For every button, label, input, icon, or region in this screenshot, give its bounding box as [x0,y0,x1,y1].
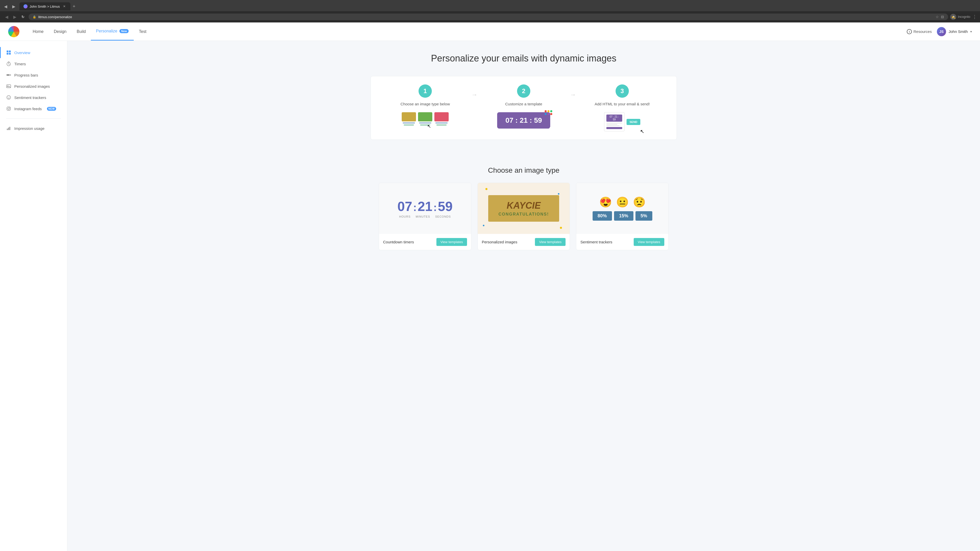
tab-close-button[interactable]: ✕ [62,4,66,8]
litmus-logo[interactable] [8,26,19,37]
incognito-label: Incognito [958,15,970,19]
sidebar-item-timers[interactable]: Timers [0,58,67,69]
step-3: 3 Add HTML to your email & send! 07 : 21… [580,84,664,131]
step-3-visual: 07 : 21 : 59 SEND ↖ [604,112,641,131]
sidebar-divider [6,118,61,119]
nav-home[interactable]: Home [27,22,49,41]
svg-point-14 [10,107,10,108]
incognito-icon: 🕵 [950,14,956,20]
nav-personalize[interactable]: Personalize New [91,22,134,41]
step-1-visual: ↖ [402,112,449,129]
sidebar-timers-label: Timers [14,62,26,66]
card-countdown-timers: 07 : 21 : 59 HOURS MINUTES SECONDS [379,183,471,250]
forward-button[interactable]: ▶ [10,3,18,10]
sentiment-card-title: Sentiment trackers [580,240,612,244]
svg-rect-16 [8,127,9,130]
banner-name: KAYCIE [498,200,549,211]
hours-label: HOURS [399,215,410,218]
step-1-2-arrow: → [467,84,482,98]
instagram-new-badge: NEW [47,107,56,111]
reload-button[interactable]: ↻ [19,13,27,21]
send-button-mini: SEND [627,119,641,125]
smiley-icon [6,95,11,100]
sidebar: Overview Timers Progress bars [0,41,67,551]
browser-chrome: ◀ ▶ John Smith > Litmus ✕ + ◀ ▶ ↻ 🔒 litm… [0,0,980,22]
countdown-card-title: Countdown timers [383,240,414,244]
back-nav-button[interactable]: ◀ [3,13,10,21]
browser-tab-bar: ◀ ▶ John Smith > Litmus ✕ + [0,0,980,11]
toolbar-right: 🕵 Incognito ⋮ [950,14,977,20]
app-header: Home Design Build Personalize New Test i… [0,22,980,41]
svg-point-11 [9,97,10,97]
section-heading: Choose an image type [67,160,980,183]
svg-rect-3 [9,53,11,55]
browser-tab[interactable]: John Smith > Litmus ✕ [19,2,70,11]
sidebar-sentiment-label: Sentiment trackers [14,95,46,100]
sidebar-overview-label: Overview [14,51,30,55]
bookmark-icon[interactable]: ☆ [935,15,939,19]
browser-nav-controls: ◀ ▶ [2,3,18,10]
sidebar-item-progress-bars[interactable]: Progress bars [0,69,67,81]
new-tab-button[interactable]: + [70,3,78,10]
resources-link[interactable]: i Resources [907,29,932,34]
header-right: i Resources JS John Smith ▾ [907,27,972,36]
resources-icon: i [907,29,912,34]
progress-icon [6,73,11,78]
svg-point-9 [7,96,11,100]
svg-rect-17 [10,127,10,130]
sidebar-instagram-label: Instagram feeds [14,106,42,111]
instagram-icon [6,106,11,111]
url-text: litmus.com/personalize [38,15,934,19]
personalized-view-templates[interactable]: View templates [535,238,566,246]
personalized-card-title: Personalized images [482,240,517,244]
forward-nav-button[interactable]: ▶ [11,13,18,21]
split-view-icon[interactable]: ⊟ [941,15,944,19]
nav-build[interactable]: Build [72,22,91,41]
card-sentiment-trackers: 😍 😐 😟 80% 15% 5% Sentiment trackers Vie [576,183,669,250]
sentiment-bars: 80% 15% 5% [593,211,652,221]
card-personalized-visual: KAYCIE CONGRATULATIONS! [478,183,570,234]
svg-point-10 [8,97,8,97]
browser-menu-button[interactable]: ⋮ [972,14,977,20]
resources-label: Resources [913,29,932,34]
clock-icon [6,61,11,66]
address-bar[interactable]: 🔒 litmus.com/personalize ☆ ⊟ [29,14,948,20]
step-2: 2 Customize a template 07 : 21 : 59 [482,84,566,129]
content-area: Personalize your emails with dynamic ima… [67,41,980,551]
hero-section: Personalize your emails with dynamic ima… [67,41,980,160]
bar-chart-icon [6,126,11,131]
user-name: John Smith [948,29,968,34]
seconds-label: SECONDS [435,215,451,218]
svg-rect-1 [9,51,11,52]
step-2-3-arrow: → [566,84,580,98]
svg-rect-2 [6,53,8,55]
nav-design[interactable]: Design [49,22,72,41]
sidebar-item-impression-usage[interactable]: Impression usage [0,123,67,134]
browser-nav-controls: ◀ ▶ ↻ [3,13,27,21]
step-3-timer-mini: 07 : 21 : 59 [606,114,622,122]
nav-test[interactable]: Test [134,22,151,41]
countdown-view-templates[interactable]: View templates [436,238,467,246]
grid-icon [6,50,11,55]
personalized-banner: KAYCIE CONGRATULATIONS! [488,195,559,222]
user-menu[interactable]: JS John Smith ▾ [937,27,972,36]
sidebar-item-personalized-images[interactable]: Personalized images [0,81,67,92]
sidebar-item-sentiment-trackers[interactable]: Sentiment trackers [0,92,67,103]
step-3-number: 3 [616,84,629,98]
tab-title: John Smith > Litmus [30,5,60,8]
sentiment-bar-1: 80% [593,211,612,221]
step-2-number: 2 [517,84,530,98]
step-1: 1 Choose an image type below [383,84,467,129]
svg-point-13 [8,108,10,110]
sidebar-item-overview[interactable]: Overview [0,47,67,58]
step-3-desc: Add HTML to your email & send! [595,102,650,106]
back-button[interactable]: ◀ [2,3,9,10]
sidebar-personalized-label: Personalized images [14,84,50,89]
card-personalized-images: KAYCIE CONGRATULATIONS! Personalized ima… [477,183,570,250]
timer-minutes: 21 [417,199,432,214]
sidebar-item-instagram-feeds[interactable]: Instagram feeds NEW [0,103,67,114]
sentiment-view-templates[interactable]: View templates [634,238,664,246]
browser-toolbar: ◀ ▶ ↻ 🔒 litmus.com/personalize ☆ ⊟ 🕵 Inc… [0,11,980,22]
main-content: Overview Timers Progress bars [0,41,980,551]
step-1-number: 1 [418,84,432,98]
